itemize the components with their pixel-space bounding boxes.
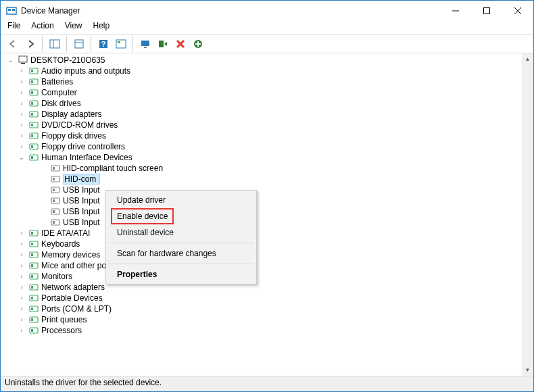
tree-category[interactable]: ›Memory devices: [1, 249, 522, 260]
svg-rect-20: [21, 63, 25, 64]
svg-rect-4: [484, 8, 490, 14]
tree-category-label: DVD/CD-ROM drives: [41, 120, 122, 130]
chevron-right-icon[interactable]: ›: [17, 142, 26, 151]
svg-rect-41: [51, 176, 59, 182]
refresh-button[interactable]: [190, 36, 206, 52]
close-button[interactable]: [502, 1, 533, 21]
chevron-right-icon[interactable]: ›: [17, 77, 26, 87]
menu-help[interactable]: Help: [93, 21, 110, 34]
cm-update-driver[interactable]: Update driver: [107, 192, 255, 208]
tree-device-label: USB Input: [63, 196, 104, 205]
svg-rect-43: [51, 187, 59, 193]
tree-category[interactable]: ›Floppy disk drives: [1, 130, 522, 141]
tree-category-label: Display adapters: [41, 109, 105, 119]
chevron-right-icon[interactable]: ›: [17, 304, 26, 314]
svg-rect-53: [30, 241, 38, 247]
chevron-right-icon[interactable]: ›: [17, 99, 26, 108]
help-button[interactable]: ?: [95, 36, 112, 52]
tree-category[interactable]: ⌄Human Interface Devices: [1, 152, 522, 163]
tree-category[interactable]: ›Network adapters: [1, 282, 522, 293]
tree-category[interactable]: ›Monitors: [1, 271, 522, 282]
minimize-button[interactable]: [440, 1, 471, 21]
vertical-scrollbar[interactable]: ▲ ▼: [522, 53, 533, 376]
tree-category-label: Memory devices: [41, 250, 104, 260]
chevron-right-icon[interactable]: ›: [17, 228, 26, 238]
chevron-right-icon[interactable]: ›: [17, 239, 26, 249]
tree-device[interactable]: USB Input: [1, 195, 522, 206]
chevron-right-icon[interactable]: ›: [17, 293, 26, 303]
cm-properties[interactable]: Properties: [107, 266, 255, 283]
back-button[interactable]: [5, 36, 21, 52]
device-icon: [28, 260, 39, 271]
tree-category[interactable]: ›Computer: [1, 87, 522, 98]
tree-category-label: Network adapters: [41, 283, 109, 292]
chevron-down-icon[interactable]: ⌄: [17, 153, 26, 162]
tree-device[interactable]: USB Input: [1, 185, 522, 195]
tree-category[interactable]: ›Processors: [1, 325, 522, 336]
menu-view[interactable]: View: [65, 21, 82, 34]
tree-category-label: Ports (COM & LPT): [41, 304, 116, 314]
tree-category-label: Computer: [41, 88, 81, 97]
tree-device[interactable]: HID-compliant touch screen: [1, 163, 522, 174]
update-driver-button[interactable]: [137, 36, 153, 52]
tree-category[interactable]: ›Floppy drive controllers: [1, 141, 522, 152]
chevron-right-icon[interactable]: ›: [17, 250, 26, 260]
svg-rect-52: [31, 232, 33, 235]
tree-category[interactable]: ›Mice and other pointing devices: [1, 260, 522, 271]
chevron-right-icon[interactable]: ›: [17, 283, 26, 292]
tree-category[interactable]: ›Portable Devices: [1, 293, 522, 303]
scan-button[interactable]: [113, 36, 129, 52]
menu-action[interactable]: Action: [31, 21, 53, 34]
chevron-right-icon[interactable]: ›: [17, 315, 26, 324]
svg-rect-29: [30, 112, 38, 117]
svg-rect-60: [31, 275, 33, 278]
svg-rect-42: [53, 178, 55, 180]
window-title: Device Manager: [21, 6, 440, 16]
menu-file[interactable]: File: [7, 21, 20, 34]
tree-category[interactable]: ›IDE ATA/ATAI: [1, 228, 522, 239]
tree-category-label: Audio inputs and outputs: [41, 66, 135, 76]
tree-category[interactable]: ›Batteries: [1, 76, 522, 87]
chevron-right-icon[interactable]: ›: [17, 109, 26, 119]
chevron-down-icon[interactable]: ⌄: [6, 55, 16, 65]
svg-rect-26: [31, 91, 33, 94]
maximize-button[interactable]: [471, 1, 502, 21]
tree-category[interactable]: ›DVD/CD-ROM drives: [1, 120, 522, 130]
tree-device[interactable]: HID-com: [1, 174, 522, 185]
svg-rect-24: [31, 80, 33, 83]
scroll-down-icon[interactable]: ▼: [522, 364, 533, 376]
device-tree[interactable]: ⌄DESKTOP-210O635›Audio inputs and output…: [1, 53, 522, 376]
uninstall-device-button[interactable]: [172, 36, 189, 52]
enable-device-button[interactable]: [155, 36, 171, 52]
device-icon: [50, 217, 61, 228]
toolbar-separator: [42, 36, 43, 52]
chevron-right-icon[interactable]: ›: [17, 272, 26, 281]
chevron-right-icon[interactable]: ›: [17, 131, 26, 141]
scroll-up-icon[interactable]: ▲: [522, 53, 533, 65]
toolbar: ?: [1, 34, 533, 53]
chevron-right-icon[interactable]: ›: [17, 261, 26, 270]
forward-button[interactable]: [22, 36, 39, 52]
tree-device[interactable]: USB Input: [1, 206, 522, 217]
tree-category[interactable]: ›Keyboards: [1, 239, 522, 249]
chevron-right-icon[interactable]: ›: [17, 120, 26, 130]
chevron-right-icon[interactable]: ›: [17, 88, 26, 97]
tree-category[interactable]: ›Print queues: [1, 314, 522, 325]
tree-category[interactable]: ›Ports (COM & LPT): [1, 303, 522, 314]
cm-enable-device[interactable]: Enable device: [111, 208, 174, 224]
svg-rect-25: [30, 90, 38, 95]
tree-category[interactable]: ›Disk drives: [1, 98, 522, 109]
svg-rect-59: [30, 274, 38, 279]
properties-button[interactable]: [71, 36, 87, 52]
tree-category[interactable]: ›Display adapters: [1, 109, 522, 120]
chevron-right-icon[interactable]: ›: [17, 326, 26, 335]
tree-category[interactable]: ›Audio inputs and outputs: [1, 66, 522, 76]
chevron-right-icon[interactable]: ›: [17, 66, 26, 76]
show-tree-button[interactable]: [47, 36, 63, 52]
cm-uninstall-device[interactable]: Uninstall device: [107, 224, 255, 241]
cm-scan-hardware[interactable]: Scan for hardware changes: [107, 245, 255, 262]
tree-device[interactable]: USB Input: [1, 217, 522, 228]
svg-rect-58: [31, 264, 33, 267]
tree-root[interactable]: ⌄DESKTOP-210O635: [1, 55, 522, 66]
tree-category-label: Monitors: [41, 272, 76, 281]
